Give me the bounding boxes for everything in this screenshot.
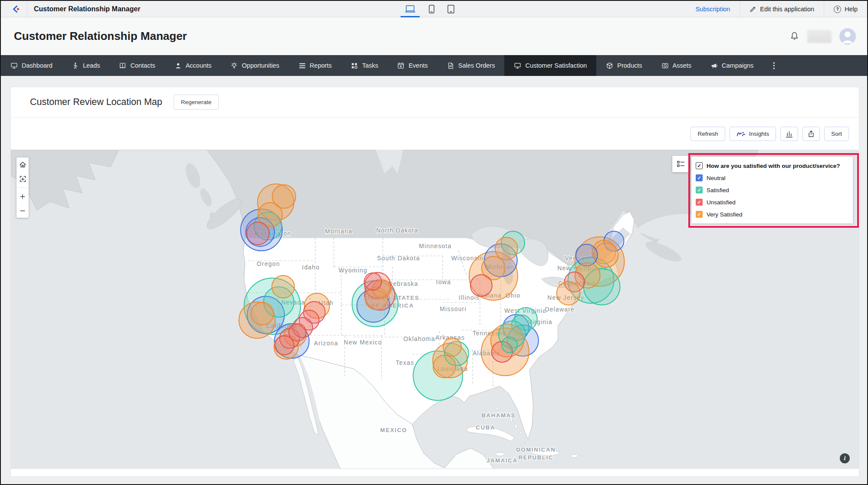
user-name-redacted (807, 30, 832, 43)
nav-tab-label: Dashboard (22, 62, 53, 69)
bubble-vs[interactable] (251, 302, 273, 325)
checkbox-checked-icon[interactable]: ✓ (696, 211, 703, 218)
bubble-vs[interactable] (443, 338, 461, 356)
legend-toggle-button[interactable] (672, 156, 690, 172)
nav-tab-customer-satisfaction[interactable]: Customer Satisfaction (504, 55, 596, 76)
state-label: Oklahoma (403, 335, 435, 342)
state-label: Minnesota (419, 242, 451, 249)
checkbox-checked-icon[interactable]: ✓ (696, 174, 703, 181)
checkbox-checked-icon[interactable]: ✓ (696, 162, 703, 169)
legend-item-unsatisfied[interactable]: ✓Unsatisfied (696, 196, 848, 208)
legend-label: Very Satisfied (707, 211, 743, 218)
bubble-vs[interactable] (433, 355, 456, 378)
nav-overflow-kebab-icon[interactable]: ⋮ (763, 55, 785, 76)
creator-logo-icon[interactable] (11, 4, 22, 14)
nav-tab-campaigns[interactable]: Campaigns (701, 55, 763, 76)
map-zoom-selection-button[interactable] (16, 172, 29, 186)
book-icon (119, 62, 126, 69)
regenerate-button[interactable]: Regenerate (174, 95, 219, 110)
legend-item-very-satisfied[interactable]: ✓Very Satisfied (696, 208, 848, 220)
divider (18, 187, 27, 188)
map-home-button[interactable] (16, 157, 29, 172)
bubble-vs[interactable] (557, 282, 580, 305)
nav-tab-reports[interactable]: Reports (289, 55, 342, 76)
export-button[interactable] (802, 127, 820, 141)
monitor-icon (514, 62, 521, 69)
state-label: Wyoming (339, 267, 368, 274)
checkbox-checked-icon[interactable]: ✓ (696, 187, 703, 193)
bubble-un[interactable] (247, 222, 269, 245)
sort-button[interactable]: Sort (824, 127, 849, 141)
area-label: REPUBLIC (518, 454, 553, 461)
bubble-un[interactable] (470, 275, 492, 296)
chart-view-button[interactable] (780, 127, 798, 141)
insights-label: Insights (749, 131, 769, 137)
nav-tab-dashboard[interactable]: Dashboard (1, 55, 62, 76)
state-label: Arizona (314, 340, 338, 347)
home-icon (19, 161, 27, 169)
insights-button[interactable]: Insights (730, 127, 776, 141)
list-icon (299, 62, 306, 69)
nav-tab-label: Opportunities (242, 62, 279, 69)
nav-tab-label: Assets (673, 62, 692, 69)
state-label: Iowa (436, 279, 451, 285)
nav-tab-label: Leads (83, 62, 100, 69)
state-label: Oregon (256, 260, 280, 267)
legend-label: Unsatisfied (707, 199, 736, 206)
legend-item-satisfied[interactable]: ✓Satisfied (696, 184, 848, 196)
nav-tab-label: Campaigns (722, 62, 753, 69)
subscription-link[interactable]: Subscription (686, 1, 740, 17)
legend-list-icon (677, 160, 685, 168)
refresh-label: Refresh (697, 131, 718, 137)
state-label: Delaware (545, 306, 575, 313)
camera-icon (661, 62, 669, 69)
report-title: Customer Review Location Map (30, 97, 162, 108)
nav-tab-leads[interactable]: Leads (62, 55, 110, 76)
report-header: Customer Review Location Map Regenerate (11, 87, 859, 118)
notifications-bell-icon[interactable] (789, 31, 799, 41)
map-zoom-in-button[interactable] (16, 189, 29, 203)
nav-tab-events[interactable]: Events (388, 55, 437, 76)
map-zoom-out-button[interactable] (16, 203, 29, 218)
bubble-un[interactable] (364, 273, 381, 290)
nav-tab-opportunities[interactable]: Opportunities (221, 55, 289, 76)
pencil-icon (750, 6, 756, 13)
nav-tab-label: Products (617, 62, 642, 69)
plus-icon (19, 193, 26, 200)
nav-tab-accounts[interactable]: Accounts (165, 55, 221, 76)
sort-label: Sort (831, 131, 842, 137)
bubble-vs[interactable] (495, 237, 518, 260)
help-label: Help (845, 6, 858, 13)
nav-tab-assets[interactable]: Assets (652, 55, 701, 76)
nav-tab-sales-orders[interactable]: Sales Orders (437, 55, 505, 76)
help-link[interactable]: ? Help (824, 1, 867, 17)
bubble-vs[interactable] (272, 275, 294, 298)
report-card: Customer Review Location Map Regenerate … (10, 87, 859, 477)
zia-icon (736, 130, 746, 138)
bubble-sa[interactable] (502, 337, 517, 353)
edit-application-link[interactable]: Edit this application (740, 1, 824, 17)
map-info-button[interactable]: i (840, 453, 850, 463)
map-canvas[interactable]: WashingtonOregonIdahoMontanaWyomingNorth… (11, 150, 859, 469)
phone-mode-icon[interactable] (429, 1, 434, 17)
bubble-un[interactable] (289, 324, 306, 341)
nav-bar: DashboardLeadsContactsAccountsOpportunit… (1, 55, 867, 76)
nav-tab-contacts[interactable]: Contacts (109, 55, 164, 76)
tablet-mode-icon[interactable] (447, 1, 454, 17)
desktop-mode-icon[interactable] (404, 1, 416, 17)
nav-tab-tasks[interactable]: Tasks (341, 55, 388, 76)
nav-tab-products[interactable]: Products (596, 55, 651, 76)
legend-label: Neutral (707, 175, 726, 181)
nav-tab-label: Contacts (130, 62, 155, 69)
checkbox-checked-icon[interactable]: ✓ (696, 199, 703, 206)
app-header: Customer Relationship Manager (1, 17, 867, 55)
nav-tab-label: Tasks (362, 62, 378, 69)
megaphone-icon (710, 62, 718, 69)
chrome-app-title: Customer Relationship Manager (34, 5, 140, 13)
legend-question-row[interactable]: ✓How are you satisfied with our product/… (696, 160, 848, 172)
legend-item-neutral[interactable]: ✓Neutral (696, 172, 848, 184)
refresh-button[interactable]: Refresh (690, 127, 725, 141)
avatar[interactable] (839, 28, 856, 45)
area-label: CUBA (476, 424, 496, 431)
top-chrome-bar: Customer Relationship Manager Subscripti… (1, 1, 867, 17)
